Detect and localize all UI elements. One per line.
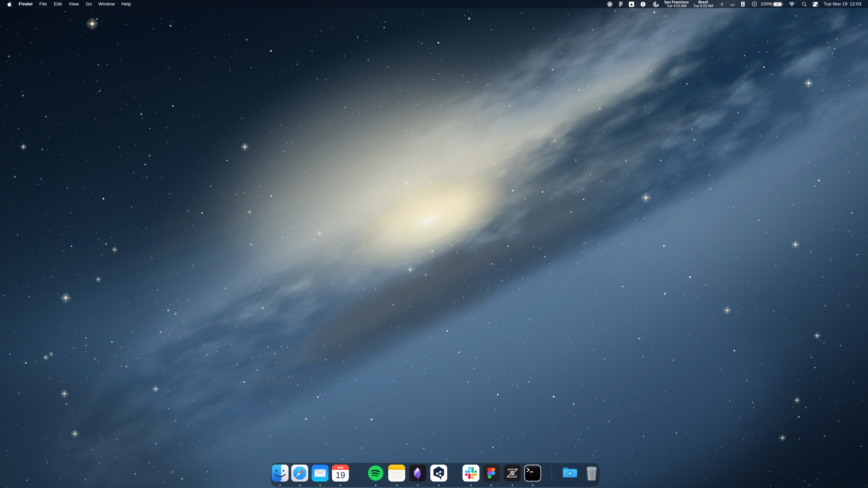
svg-text:NOV: NOV [337, 466, 344, 469]
svg-text:19: 19 [336, 470, 345, 480]
